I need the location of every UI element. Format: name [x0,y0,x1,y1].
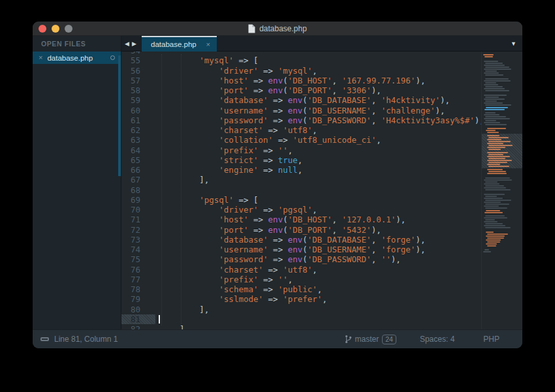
code-line[interactable]: 'port' => env('DB_PORT', '3306'), [160,85,481,95]
gutter-line-number[interactable]: 71 [121,215,155,224]
code-line[interactable]: 'driver' => 'pgsql', [160,205,481,215]
code-line[interactable]: 'port' => env('DB_PORT', '5432'), [160,225,481,235]
minimap-line [484,80,511,82]
tab-list-dropdown-icon[interactable]: ▼ [511,40,516,47]
gutter-line-number[interactable]: 59 [121,95,155,105]
code-text-area[interactable]: 'mysql' => [ 'driver' => 'mysql', 'host'… [160,52,481,329]
gutter-line-number[interactable]: 66 [121,165,155,175]
minimap-line [485,63,503,64]
history-back-icon[interactable]: ◀ [125,40,129,47]
minimap-line [484,88,505,89]
minimap-line [484,72,499,74]
gutter-line-number[interactable]: 68 [121,185,155,195]
code-line[interactable]: ], [160,175,481,185]
gutter-line-number[interactable]: 81 [121,314,155,324]
gutter-line-number[interactable]: 82 [121,324,155,329]
code-editor[interactable]: 5455565758596061626364656667686970717273… [121,52,522,329]
gutter-line-number[interactable]: 78 [121,284,155,294]
gutter-line-number[interactable]: 70 [121,205,155,215]
minimap-line [487,173,507,174]
code-line[interactable]: 'engine' => null, [160,165,481,175]
code-line[interactable]: 'pgsql' => [ [160,195,481,205]
code-line[interactable]: 'database' => env('DB_DATABASE', 'h4ckti… [160,95,481,105]
code-line[interactable]: 'username' => env('DB_USERNAME', 'challe… [160,106,481,115]
cursor-position-label[interactable]: Line 81, Column 1 [54,335,118,344]
minimap-line [484,84,498,85]
code-line[interactable]: 'password' => env('DB_PASSWORD', 'H4ckti… [160,115,481,125]
minimap-line [486,107,508,108]
code-line[interactable]: 'collation' => 'utf8_unicode_ci', [160,135,481,145]
gutter-line-number[interactable]: 58 [121,85,155,95]
code-line[interactable]: 'sslmode' => 'prefer', [160,294,481,304]
minimap-line [483,251,491,252]
code-line[interactable]: 'charset' => 'utf8', [160,125,481,135]
code-line[interactable]: 'prefix' => '', [160,275,481,284]
tab-database-php[interactable]: database.php × [142,36,217,52]
minimap-line [484,249,489,250]
git-branch-status[interactable]: master 24 [345,335,396,344]
minimap-line [484,68,511,70]
code-line[interactable]: 'schema' => 'public', [160,284,481,294]
minimap-line [484,114,500,115]
code-line[interactable]: 'mysql' => [ [160,55,481,65]
gutter-line-number[interactable]: 65 [121,155,155,165]
code-line[interactable]: 'host' => env('DB_HOST', '127.0.0.1'), [160,215,481,224]
code-line[interactable]: 'database' => env('DB_DATABASE', 'forge'… [160,235,481,245]
minimap-line [487,128,506,129]
minimap-line [486,243,497,245]
code-line[interactable] [160,185,481,195]
minimap-line [485,74,503,76]
gutter-line-number[interactable]: 62 [121,125,155,135]
minimap-line [487,234,508,235]
minimap-line [485,116,506,117]
gutter-line-number[interactable]: 63 [121,135,155,145]
gutter-line-number[interactable]: 55 [121,55,155,65]
status-bar: Line 81, Column 1 master 24 Spaces: 4 PH… [33,329,522,348]
gutter-line-number[interactable]: 60 [121,106,155,115]
gutter-line-number[interactable]: 73 [121,235,155,245]
gutter-line-number[interactable]: 57 [121,76,155,85]
gutter-line-number[interactable]: 64 [121,145,155,155]
minimap-line [485,177,510,179]
minimap-line [485,112,496,113]
indentation-setting[interactable]: Spaces: 4 [420,335,454,344]
code-line[interactable]: 'username' => env('DB_USERNAME', 'forge'… [160,245,481,254]
text-cursor [159,315,160,324]
sidebar-file-name: database.php [47,54,93,62]
code-line[interactable] [160,314,481,324]
minimap-viewport[interactable] [482,134,522,168]
code-line[interactable]: ] [160,324,481,329]
gutter-line-number[interactable]: 75 [121,254,155,264]
tab-close-icon[interactable]: × [206,40,210,48]
gutter-line-number[interactable]: 79 [121,294,155,304]
gutter-line-number[interactable]: 74 [121,245,155,254]
line-number-gutter[interactable]: 5455565758596061626364656667686970717273… [121,52,155,329]
minimap-line [484,118,510,119]
gutter-line-number[interactable]: 67 [121,175,155,185]
code-line[interactable]: 'prefix' => '', [160,145,481,155]
gutter-line-number[interactable]: 80 [121,305,155,314]
code-line[interactable]: 'driver' => 'mysql', [160,66,481,76]
code-line[interactable]: 'password' => env('DB_PASSWORD', ''), [160,254,481,264]
branch-change-count-badge: 24 [382,335,396,344]
gutter-line-number[interactable]: 72 [121,225,155,235]
minimap-line [484,109,505,110]
history-forward-icon[interactable]: ▶ [132,40,136,47]
gutter-line-number[interactable]: 69 [121,195,155,205]
minimap-line [485,104,511,106]
gutter-line-number[interactable]: 56 [121,66,155,76]
code-line[interactable]: 'strict' => true, [160,155,481,165]
gutter-line-number[interactable]: 77 [121,275,155,284]
gutter-line-number[interactable]: 76 [121,265,155,275]
minimap-line [484,102,503,104]
minimap[interactable] [481,52,522,329]
code-line[interactable]: 'host' => env('DB_HOST', '167.99.77.196'… [160,76,481,85]
minimap-line [484,202,501,203]
code-line[interactable]: ], [160,305,481,314]
branch-name: master [355,335,379,344]
gutter-line-number[interactable]: 61 [121,115,155,125]
sidebar-item-database-php[interactable]: × database.php [33,52,121,64]
code-line[interactable]: 'charset' => 'utf8', [160,265,481,275]
close-file-icon[interactable]: × [39,54,42,61]
syntax-language[interactable]: PHP [483,335,500,344]
